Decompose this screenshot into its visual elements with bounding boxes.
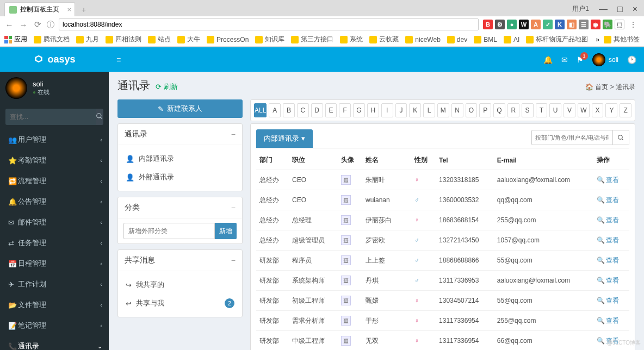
view-link[interactable]: 🔍查看	[597, 196, 619, 204]
alpha-button[interactable]: X	[592, 103, 604, 117]
user-chip[interactable]: soli	[592, 53, 618, 66]
view-link[interactable]: 🔍查看	[597, 317, 619, 324]
table-tab-internal[interactable]: 内部通讯录 ▾	[256, 129, 313, 148]
alpha-button[interactable]: O	[466, 103, 478, 117]
table-search-input[interactable]	[531, 130, 613, 145]
sidebar-item[interactable]: ⭐考勤管理‹	[0, 150, 109, 171]
ext-icon[interactable]: ☰	[579, 20, 589, 29]
view-link[interactable]: 🔍查看	[597, 297, 619, 304]
bell-icon[interactable]: 🔔	[543, 55, 553, 64]
alpha-button[interactable]: I	[381, 103, 393, 117]
category-add-button[interactable]: 新增	[215, 223, 237, 239]
back-icon[interactable]: ←	[4, 20, 14, 29]
alpha-button[interactable]: F	[339, 103, 351, 117]
category-input[interactable]	[123, 223, 215, 239]
window-user-label[interactable]: 用户1	[570, 3, 591, 15]
collapse-icon[interactable]: −	[231, 256, 236, 265]
view-link[interactable]: 🔍查看	[597, 216, 619, 224]
reload-icon[interactable]: ⟳	[33, 20, 42, 29]
other-bookmarks[interactable]: 其他书签	[604, 35, 640, 44]
ext-icon[interactable]: ●	[507, 20, 517, 29]
share-withme-item[interactable]: ↩共享与我2	[118, 294, 242, 312]
ext-icon[interactable]: A	[531, 20, 541, 29]
sidebar-search-button[interactable]	[96, 109, 103, 125]
share-mine-item[interactable]: ↪我共享的	[118, 276, 242, 294]
view-link[interactable]: 🔍查看	[597, 236, 619, 244]
alpha-button[interactable]: U	[549, 103, 561, 117]
sidebar-item[interactable]: 📂文件管理‹	[0, 295, 109, 315]
alpha-button[interactable]: Y	[605, 103, 617, 117]
bookmark-item[interactable]: 云收藏	[369, 35, 399, 44]
ext-icon[interactable]: ◉	[591, 20, 600, 29]
bookmark-item[interactable]: 站点	[148, 35, 171, 44]
bookmark-item[interactable]: 九月	[76, 35, 99, 44]
view-link[interactable]: 🔍查看	[597, 277, 619, 284]
bookmark-item[interactable]: 腾讯文档	[34, 35, 70, 44]
bookmark-item[interactable]: 标杆物流产品地图	[526, 35, 588, 44]
alpha-button[interactable]: K	[409, 103, 421, 117]
alpha-all-button[interactable]: ALL	[254, 103, 267, 117]
alpha-button[interactable]: L	[423, 103, 435, 117]
ext-icon[interactable]: W	[519, 20, 529, 29]
bookmark-item[interactable]: 第三方接口	[291, 35, 333, 44]
forward-icon[interactable]: →	[18, 20, 28, 29]
bookmark-item[interactable]: 系统	[340, 35, 363, 44]
alpha-button[interactable]: A	[269, 103, 281, 117]
sidebar-item[interactable]: 🔁流程管理‹	[0, 171, 109, 191]
alpha-button[interactable]: H	[367, 103, 379, 117]
view-link[interactable]: 🔍查看	[597, 257, 619, 264]
alpha-button[interactable]: C	[297, 103, 309, 117]
browser-tab[interactable]: 控制面板主页 ×	[4, 2, 75, 16]
collapse-icon[interactable]: −	[231, 203, 236, 212]
internal-contacts-item[interactable]: 👤内部通讯录	[118, 149, 242, 168]
sidebar-item[interactable]: ⇄任务管理‹	[0, 233, 109, 253]
alpha-button[interactable]: W	[578, 103, 590, 117]
alpha-button[interactable]: V	[564, 103, 575, 117]
breadcrumb-home[interactable]: 首页	[595, 83, 608, 91]
sidebar-item[interactable]: 🔔公告管理‹	[0, 191, 109, 212]
sidebar-item[interactable]: ✈工作计划‹	[0, 274, 109, 295]
view-link[interactable]: 🔍查看	[597, 176, 619, 184]
flag-icon[interactable]: ⚑1	[577, 55, 584, 64]
ext-icon[interactable]: 🐘	[603, 20, 612, 29]
alpha-button[interactable]: S	[522, 103, 534, 117]
bookmarks-more-icon[interactable]: »	[596, 36, 599, 43]
alpha-button[interactable]: Z	[620, 103, 631, 117]
collapse-icon[interactable]: −	[231, 130, 236, 139]
bookmark-item[interactable]: AI	[504, 35, 519, 44]
bookmark-item[interactable]: BML	[474, 35, 497, 44]
alpha-button[interactable]: T	[536, 103, 548, 117]
close-window-icon[interactable]: ×	[630, 5, 640, 14]
sidebar-item[interactable]: 👥用户管理‹	[0, 129, 109, 150]
brand-logo[interactable]: oasys	[0, 47, 109, 72]
table-search-button[interactable]	[613, 130, 629, 145]
ext-icon[interactable]: B	[483, 20, 493, 29]
alpha-button[interactable]: B	[283, 103, 295, 117]
maximize-icon[interactable]: □	[615, 5, 625, 14]
alpha-button[interactable]: P	[479, 103, 491, 117]
alpha-button[interactable]: D	[311, 103, 323, 117]
tab-close-icon[interactable]: ×	[67, 5, 71, 14]
ext-icon[interactable]: K	[555, 20, 565, 29]
bookmark-item[interactable]: 四相法则	[106, 35, 141, 44]
alpha-button[interactable]: M	[437, 103, 449, 117]
clock-icon[interactable]: 🕐	[627, 55, 636, 64]
sidebar-toggle-icon[interactable]: ≡	[109, 55, 128, 64]
ext-icon[interactable]: ⚙	[495, 20, 505, 29]
alpha-button[interactable]: R	[507, 103, 519, 117]
mail-icon[interactable]: ✉	[561, 55, 568, 64]
alpha-button[interactable]: G	[353, 103, 365, 117]
bookmark-item[interactable]: 知识库	[255, 35, 284, 44]
menu-icon[interactable]: ⋮	[627, 21, 640, 28]
new-tab-button[interactable]: +	[78, 3, 89, 16]
sidebar-item[interactable]: 📅日程管理‹	[0, 253, 109, 274]
bookmark-item[interactable]: niceWeb	[405, 35, 440, 44]
refresh-button[interactable]: ⟳ 刷新	[156, 82, 178, 92]
ext-icon[interactable]: ◧	[567, 20, 577, 29]
sidebar-item[interactable]: 📝笔记管理‹	[0, 315, 109, 336]
ext-icon[interactable]: ⬚	[615, 20, 624, 29]
new-contact-button[interactable]: ✎ 新建联系人	[117, 99, 243, 118]
bookmark-item[interactable]: ProcessOn	[207, 35, 249, 44]
sidebar-item[interactable]: ✉邮件管理‹	[0, 212, 109, 233]
sidebar-search-input[interactable]	[5, 109, 96, 125]
